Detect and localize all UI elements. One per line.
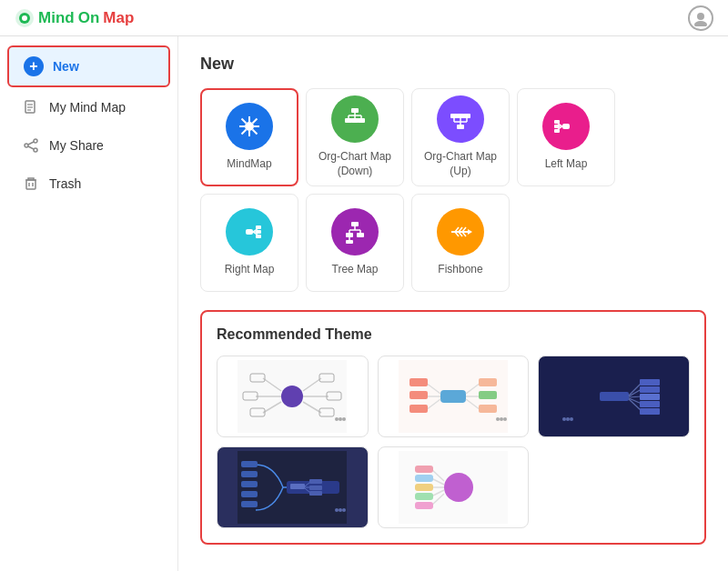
svg-rect-118 [640,386,660,393]
leftmap-icon [542,103,590,150]
file-icon [22,98,40,116]
svg-rect-34 [358,118,365,123]
orgdown-icon [331,95,379,143]
map-item-tree-map[interactable]: Tree Map [306,194,404,292]
svg-point-92 [342,417,346,421]
svg-point-141 [339,508,342,512]
svg-line-13 [28,146,34,149]
theme-item-4[interactable] [217,446,369,528]
svg-rect-133 [290,484,305,489]
svg-line-24 [242,130,247,135]
sidebar-item-trash-label: Trash [49,176,81,191]
sidebar-item-my-share-label: My Share [49,138,104,153]
logo-text-mind: Mind [38,9,75,27]
svg-rect-121 [640,408,660,415]
tree-map-label: Tree Map [332,263,379,277]
svg-rect-106 [479,405,497,413]
logo-text-on: On [78,9,100,27]
svg-point-77 [281,386,303,407]
org-chart-down-label: Org-Chart Map(Down) [318,150,391,178]
map-item-fishbone[interactable]: Fishbone [411,194,510,292]
theme-item-2[interactable] [378,356,530,437]
svg-rect-139 [309,491,322,496]
svg-point-144 [444,473,473,502]
svg-rect-119 [640,394,660,400]
svg-line-12 [28,142,34,145]
fishbone-label: Fishbone [438,263,482,277]
svg-point-90 [335,417,339,421]
svg-rect-57 [256,235,261,238]
svg-rect-101 [410,378,428,386]
svg-rect-56 [256,230,261,234]
svg-point-3 [697,13,704,20]
sidebar-item-my-mind-map-label: My Mind Map [49,100,126,115]
svg-rect-64 [346,233,353,237]
svg-rect-49 [554,125,560,128]
sidebar-item-new[interactable]: + New [7,45,170,87]
svg-rect-67 [346,240,353,244]
map-item-left-map[interactable]: Left Map [517,88,615,186]
user-avatar[interactable] [688,5,713,31]
svg-rect-14 [26,180,35,189]
svg-rect-43 [457,125,464,129]
svg-rect-137 [309,479,322,484]
sidebar-item-new-label: New [53,59,79,74]
sidebar: + New My Mind Map [0,36,178,571]
fishbone-icon [437,208,484,255]
svg-rect-154 [415,502,433,509]
right-map-label: Right Map [225,263,275,277]
main-layout: + New My Mind Map [0,36,728,571]
theme-item-3[interactable] [538,356,690,437]
svg-rect-103 [410,405,428,413]
map-item-org-chart-up[interactable]: Org-Chart Map (Up) [411,88,510,186]
map-item-mindmap[interactable]: MindMap [200,88,298,186]
sidebar-item-trash[interactable]: Trash [7,165,170,202]
svg-point-107 [496,417,500,421]
svg-rect-111 [600,392,629,401]
svg-rect-150 [415,466,433,473]
content-area: New MindM [178,36,728,571]
logo-text-map: Map [103,9,134,27]
svg-point-123 [566,417,570,421]
sidebar-item-my-share[interactable]: My Share [7,127,170,164]
logo: MindOnMap [15,8,134,28]
svg-rect-127 [241,471,258,477]
svg-rect-129 [241,491,258,497]
svg-rect-94 [440,390,466,403]
svg-rect-37 [463,114,470,118]
section-title-new: New [200,55,706,74]
svg-rect-153 [415,493,433,500]
theme-preview-3 [560,360,669,433]
share-icon [22,136,40,155]
svg-rect-36 [457,114,464,118]
trash-icon [22,175,40,193]
header: MindOnMap [0,0,728,36]
map-item-org-chart-down[interactable]: Org-Chart Map(Down) [306,88,404,186]
svg-point-2 [22,15,27,21]
svg-rect-55 [256,225,261,229]
logo-icon [15,8,35,28]
svg-point-9 [34,139,37,143]
theme-item-5[interactable] [378,446,530,528]
svg-point-124 [570,417,573,421]
svg-rect-120 [640,401,660,407]
svg-rect-48 [554,120,560,124]
svg-point-109 [503,417,507,421]
svg-rect-117 [640,379,660,386]
theme-preview-1 [238,360,347,433]
theme-preview-5 [399,451,508,524]
theme-item-1[interactable] [217,356,369,437]
svg-point-11 [34,148,37,152]
map-item-right-map[interactable]: Right Map [200,194,298,292]
new-plus-icon: + [24,56,44,76]
org-chart-up-label: Org-Chart Map (Up) [412,150,509,178]
treemap-icon [331,208,379,255]
sidebar-item-my-mind-map[interactable]: My Mind Map [7,89,170,125]
svg-line-23 [253,119,258,124]
svg-rect-51 [246,229,253,235]
svg-rect-58 [351,222,359,226]
theme-preview-2 [399,360,508,433]
svg-line-22 [242,119,247,124]
svg-rect-128 [241,481,258,487]
svg-rect-102 [410,391,428,399]
